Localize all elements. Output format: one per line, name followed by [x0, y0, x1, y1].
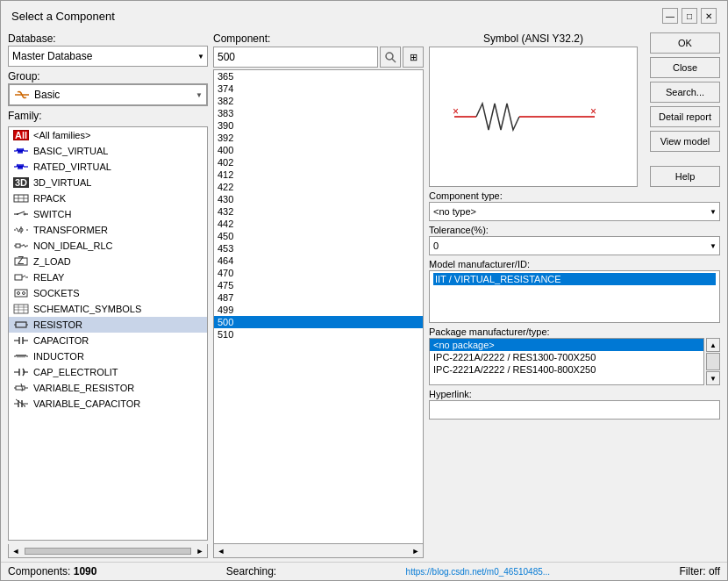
pkg-item-no-package[interactable]: <no package>: [430, 339, 703, 351]
symbol-and-buttons: Symbol (ANSI Y32.2) × ×: [429, 32, 720, 187]
family-scroll-right[interactable]: ►: [193, 544, 207, 557]
svg-line-22: [22, 276, 25, 277]
comp-item-487[interactable]: 487: [214, 291, 423, 304]
family-item-variable-resistor[interactable]: VARIABLE_RESISTOR: [9, 380, 207, 396]
comp-item-390[interactable]: 390: [214, 119, 423, 132]
capacitor-family-icon: [12, 334, 30, 347]
family-item-sockets[interactable]: SOCKETS: [9, 285, 207, 301]
family-item-schematic-symbols[interactable]: SCHEMATIC_SYMBOLS: [9, 301, 207, 317]
component-filter-button[interactable]: ⊞: [403, 47, 424, 68]
rpack-icon: [12, 192, 30, 204]
group-selector[interactable]: Basic ▼: [8, 83, 208, 106]
package-list-row: <no package> IPC-2221A/2222 / RES1300-70…: [429, 338, 720, 385]
view-model-button[interactable]: View model: [650, 131, 720, 152]
svg-rect-27: [14, 305, 28, 313]
comp-item-412[interactable]: 412: [214, 169, 423, 181]
window-title: Select a Component: [11, 10, 115, 23]
pkg-item-res1300[interactable]: IPC-2221A/2222 / RES1300-700X250: [430, 351, 703, 363]
component-type-select[interactable]: <no type>: [429, 202, 720, 221]
family-item-relay[interactable]: RELAY: [9, 269, 207, 285]
help-button[interactable]: Help: [650, 166, 720, 187]
comp-item-402[interactable]: 402: [214, 156, 423, 169]
minimize-button[interactable]: —: [662, 8, 678, 24]
component-search-button[interactable]: [380, 47, 401, 68]
variable-capacitor-icon: [12, 398, 30, 410]
comp-scroll-left[interactable]: ◄: [214, 544, 228, 557]
comp-item-499[interactable]: 499: [214, 304, 423, 316]
svg-text:×: ×: [590, 105, 596, 118]
model-manufacturer-section: Model manufacturer/ID: IIT / VIRTUAL_RES…: [429, 259, 720, 323]
comp-scroll-arrows: ◄ ►: [213, 544, 424, 558]
tolerance-select[interactable]: 0: [429, 236, 720, 255]
family-item-cap-electrolit[interactable]: CAP_ELECTROLIT: [9, 364, 207, 380]
comp-item-430[interactable]: 430: [214, 193, 423, 205]
family-item-transformer[interactable]: TRANSFORMER: [9, 222, 207, 238]
family-item-basic-virtual[interactable]: BASIC_VIRTUAL: [9, 143, 207, 159]
left-panel: Database: Master Database Group: Basic: [8, 32, 208, 558]
model-manufacturer-value[interactable]: IIT / VIRTUAL_RESISTANCE: [433, 273, 716, 285]
family-item-variable-capacitor[interactable]: VARIABLE_CAPACITOR: [9, 396, 207, 412]
comp-item-383[interactable]: 383: [214, 107, 423, 119]
family-item-all[interactable]: All <All families>: [9, 127, 207, 143]
close-window-button[interactable]: ✕: [701, 8, 717, 24]
family-item-non-ideal-rlc[interactable]: NON_IDEAL_RLC: [9, 238, 207, 254]
components-status: Components: 1090: [8, 565, 96, 577]
family-item-inductor[interactable]: INDUCTOR: [9, 348, 207, 364]
svg-rect-16: [16, 244, 20, 247]
comp-scroll-right[interactable]: ►: [409, 544, 423, 557]
family-scroll-left[interactable]: ◄: [9, 544, 23, 557]
close-button[interactable]: Close: [650, 57, 720, 78]
package-scroll-up[interactable]: ▲: [706, 338, 720, 352]
comp-item-374[interactable]: 374: [214, 82, 423, 95]
detail-report-button[interactable]: Detail report: [650, 106, 720, 127]
comp-item-365[interactable]: 365: [214, 70, 423, 82]
comp-item-422[interactable]: 422: [214, 181, 423, 193]
family-item-resistor[interactable]: RESISTOR: [9, 317, 207, 333]
comp-item-453[interactable]: 453: [214, 242, 423, 255]
package-manufacturer-section: Package manufacturer/type: <no package> …: [429, 326, 720, 385]
comp-item-392[interactable]: 392: [214, 132, 423, 144]
comp-item-442[interactable]: 442: [214, 218, 423, 230]
ok-button[interactable]: OK: [650, 32, 720, 54]
family-item-rpack[interactable]: RPACK: [9, 190, 207, 206]
hyperlink-section: Hyperlink:: [429, 389, 720, 420]
basic-virtual-icon: [12, 145, 30, 157]
action-buttons: OK Close Search... Detail report View mo…: [650, 32, 720, 187]
pkg-item-res1400[interactable]: IPC-2221A/2222 / RES1400-800X250: [430, 363, 703, 376]
comp-item-400[interactable]: 400: [214, 144, 423, 156]
capacitor-label: CAPACITOR: [33, 335, 89, 346]
comp-item-470[interactable]: 470: [214, 267, 423, 279]
component-input[interactable]: [213, 47, 378, 68]
family-item-rated-virtual[interactable]: RATED_VIRTUAL: [9, 159, 207, 175]
database-select-wrapper: Master Database: [8, 46, 208, 67]
searching-status: Searching:: [226, 565, 276, 577]
comp-item-475[interactable]: 475: [214, 279, 423, 291]
family-list: All <All families>: [9, 127, 207, 412]
family-scrollbar-thumb[interactable]: [25, 548, 191, 555]
hyperlink-input[interactable]: [429, 400, 720, 420]
family-item-capacitor[interactable]: CAPACITOR: [9, 333, 207, 348]
comp-item-450[interactable]: 450: [214, 230, 423, 242]
database-select[interactable]: Master Database: [8, 46, 208, 67]
component-type-section: Component type: <no type>: [429, 190, 720, 221]
comp-item-510[interactable]: 510: [214, 328, 423, 341]
rated-virtual-icon: [12, 161, 30, 173]
svg-line-56: [392, 59, 396, 62]
package-scroll-down[interactable]: ▼: [706, 371, 720, 385]
components-label: Components:: [8, 565, 70, 577]
z-load-icon: Z: [12, 255, 30, 268]
comp-item-432[interactable]: 432: [214, 205, 423, 218]
switch-icon: [12, 208, 30, 220]
family-item-3d-virtual[interactable]: 3D 3D_VIRTUAL: [9, 175, 207, 190]
family-item-switch[interactable]: SWITCH: [9, 206, 207, 222]
comp-item-500[interactable]: 500: [214, 316, 423, 328]
maximize-button[interactable]: □: [682, 8, 697, 24]
package-scrollbar-thumb[interactable]: [706, 353, 720, 370]
comp-item-464[interactable]: 464: [214, 255, 423, 267]
group-arrow-icon: ▼: [196, 91, 203, 99]
comp-item-382[interactable]: 382: [214, 95, 423, 107]
search-button[interactable]: Search...: [650, 82, 720, 103]
status-link[interactable]: https://blog.csdn.net/m0_46510485...: [406, 567, 551, 577]
svg-rect-33: [16, 322, 26, 327]
family-item-z-load[interactable]: Z Z_LOAD: [9, 254, 207, 269]
